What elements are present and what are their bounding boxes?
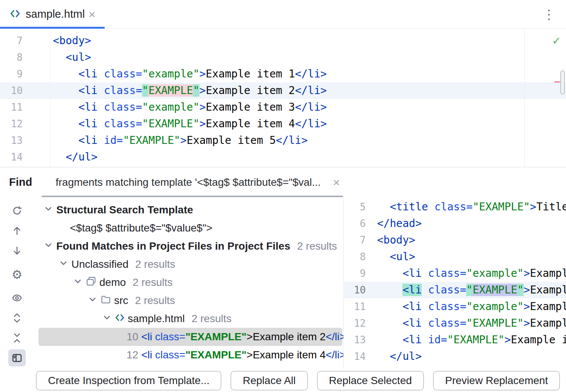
more-options-icon[interactable]: ⋮ (543, 8, 555, 21)
tree-node-demo[interactable]: demo 2 results (34, 273, 343, 292)
replace-all-button[interactable]: Replace All (230, 371, 308, 390)
settings-gear-icon[interactable]: ⚙ (8, 266, 26, 283)
code-line-9[interactable]: 9 <li class="example">Example item 1</li… (344, 265, 566, 282)
code-line-8[interactable]: 8 <ul> (344, 248, 566, 265)
chevron-down-icon[interactable] (102, 313, 112, 325)
result-count: 2 results (133, 276, 173, 289)
tree-node-found-matches[interactable]: Found Matches in Project Files in Projec… (34, 237, 343, 255)
html-file-icon (115, 313, 125, 325)
match-preview-pane[interactable]: 5 <title class="EXAMPLE">Title</title>6<… (343, 197, 566, 369)
code-line-10[interactable]: 10 <li class="EXAMPLE">Example item 2</l… (344, 282, 566, 298)
code-line-7[interactable]: 7<body> (344, 232, 566, 248)
preview-code-area: 5 <title class="EXAMPLE">Title</title>6<… (344, 197, 566, 365)
tab-title: sample.html (26, 8, 85, 20)
collapse-all-icon[interactable] (8, 330, 26, 347)
chevron-down-icon[interactable] (43, 204, 53, 216)
found-matches-label: Found Matches in Project Files in Projec… (56, 240, 290, 252)
replace-selected-button[interactable]: Replace Selected (317, 371, 424, 390)
code-line-6[interactable]: 6</head> (344, 215, 566, 232)
demo-folder-label: demo (99, 276, 126, 289)
tree-node-unclassified[interactable]: Unclassified 2 results (34, 255, 343, 273)
tab-close-icon[interactable]: × (88, 8, 96, 20)
gutter-separator (50, 29, 50, 167)
next-occurrence-icon[interactable] (8, 242, 26, 259)
tab-sample-html[interactable]: sample.html × (0, 0, 105, 28)
tree-node-template-header[interactable]: Structural Search Template (34, 201, 343, 219)
search-results-tree: Structural Search Template <$tag$ $attri… (34, 197, 343, 369)
tree-node-src[interactable]: src 2 results (34, 292, 343, 310)
code-line-5[interactable]: 5 <title class="EXAMPLE">Title</title> (344, 199, 566, 215)
module-folder-icon (86, 276, 96, 289)
result-count: 2 results (135, 258, 175, 270)
match-row-line-12[interactable]: 12 <li class="EXAMPLE">Example item 4</l… (39, 346, 342, 364)
editor-scrollbar-thumb[interactable] (560, 70, 565, 94)
template-header-label: Structural Search Template (56, 204, 193, 216)
find-close-icon[interactable]: × (333, 176, 340, 188)
preview-eye-icon[interactable] (8, 290, 26, 307)
expand-all-icon[interactable] (8, 310, 26, 327)
ide-window: sample.html × ⋮ 7<body>8 <ul>9 <li class… (0, 0, 566, 392)
find-label: Find (9, 176, 32, 188)
match-snippet: 12 <li class="EXAMPLE">Example item 4</l… (127, 349, 343, 361)
src-folder-label: src (114, 295, 128, 307)
create-inspection-button[interactable]: Create Inspection from Template... (36, 371, 221, 390)
previous-occurrence-icon[interactable] (8, 222, 26, 239)
code-editor[interactable]: 7<body>8 <ul>9 <li class="example">Examp… (0, 29, 566, 167)
chevron-down-icon[interactable] (73, 276, 83, 289)
result-count: 2 results (297, 240, 337, 252)
result-count: 2 results (135, 295, 175, 307)
find-footer: Create Inspection from Template... Repla… (0, 369, 566, 392)
find-toolbar: ⚙ (0, 197, 34, 369)
result-count: 2 results (192, 313, 232, 325)
code-line-13[interactable]: 13 <li id="EXAMPLE">Example item 5</li> (344, 332, 566, 348)
tree-node-template-text[interactable]: <$tag$ $attribute$="$value$"> (34, 219, 343, 237)
preview-replacement-button[interactable]: Preview Replacement (433, 371, 560, 390)
editor-right-separator (524, 29, 525, 167)
code-line-9[interactable]: 9 <li class="example">Example item 1</li… (0, 66, 566, 82)
editor-code-area: 7<body>8 <ul>9 <li class="example">Examp… (0, 29, 566, 165)
code-line-14[interactable]: 14 </ul> (0, 149, 566, 165)
inspections-ok-icon[interactable]: ✓ (553, 33, 560, 48)
chevron-down-icon[interactable] (43, 240, 53, 253)
folder-icon (101, 294, 111, 307)
find-query-text: fragments matching template '<$tag$ $att… (56, 176, 321, 188)
match-row-line-10[interactable]: 10 <li class="EXAMPLE">Example item 2</l… (39, 328, 342, 346)
chevron-down-icon[interactable] (88, 295, 97, 307)
html-file-icon (10, 8, 20, 20)
file-label: sample.html (128, 313, 185, 325)
match-snippet: 10 <li class="EXAMPLE">Example item 2</l… (127, 331, 343, 343)
open-in-find-window-icon[interactable] (8, 349, 26, 366)
code-line-11[interactable]: 11 <li class="example">Example item 3</l… (344, 298, 566, 315)
editor-tab-bar: sample.html × ⋮ (0, 0, 566, 29)
rerun-search-icon[interactable] (8, 202, 26, 219)
code-line-7[interactable]: 7<body> (0, 32, 566, 49)
template-text: <$tag$ $attribute$="$value$"> (70, 222, 212, 234)
code-line-12[interactable]: 12 <li class="EXAMPLE">Example item 4</l… (344, 315, 566, 332)
code-line-14[interactable]: 14 </ul> (344, 348, 566, 365)
code-line-8[interactable]: 8 <ul> (0, 49, 566, 66)
code-line-11[interactable]: 11 <li class="example">Example item 3</l… (0, 99, 566, 116)
find-panel-header: Find fragments matching template '<$tag$… (0, 167, 566, 197)
search-result-marker[interactable] (554, 81, 560, 83)
unclassified-label: Unclassified (71, 258, 128, 270)
chevron-down-icon[interactable] (59, 258, 68, 271)
tree-node-sample-html[interactable]: sample.html 2 results (34, 310, 343, 328)
find-panel-body: ⚙ Structural Search Template <$tag$ $att… (0, 197, 566, 369)
code-line-12[interactable]: 12 <li class="EXAMPLE">Example item 4</l… (0, 116, 566, 132)
code-line-10[interactable]: 10 <li class="EXAMPLE">Example item 2</l… (0, 82, 566, 99)
code-line-13[interactable]: 13 <li id="EXAMPLE">Example item 5</li> (0, 132, 566, 149)
